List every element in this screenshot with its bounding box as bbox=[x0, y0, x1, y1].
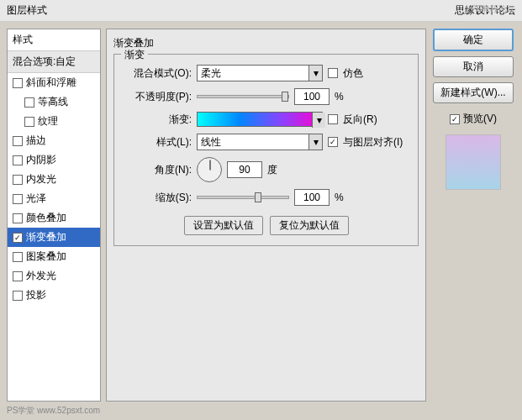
scale-input[interactable] bbox=[294, 189, 330, 206]
reverse-label: 反向(R) bbox=[343, 113, 377, 127]
style-checkbox[interactable] bbox=[13, 78, 23, 88]
fieldset-legend: 渐变 bbox=[121, 48, 148, 62]
sidebar-item[interactable]: 外发光 bbox=[8, 266, 100, 286]
opacity-label: 不透明度(P): bbox=[121, 90, 192, 104]
cancel-button[interactable]: 取消 bbox=[433, 56, 514, 77]
sidebar-item-label: 等高线 bbox=[38, 95, 68, 109]
sidebar-item[interactable]: 纹理 bbox=[8, 112, 100, 131]
preview-label: 预览(V) bbox=[463, 112, 497, 126]
style-checkbox[interactable] bbox=[13, 271, 23, 281]
sidebar-item[interactable]: 内阴影 bbox=[8, 150, 100, 170]
styles-sidebar: 样式 混合选项:自定 斜面和浮雕等高线纹理描边内阴影内发光光泽颜色叠加渐变叠加图… bbox=[7, 29, 101, 402]
scale-label: 缩放(S): bbox=[121, 191, 192, 205]
style-checkbox[interactable] bbox=[13, 136, 23, 146]
sidebar-item-label: 斜面和浮雕 bbox=[26, 76, 76, 90]
dither-label: 仿色 bbox=[343, 66, 363, 81]
sidebar-item[interactable]: 渐变叠加 bbox=[8, 228, 100, 247]
chevron-down-icon: ▾ bbox=[308, 134, 322, 150]
style-checkbox[interactable] bbox=[13, 175, 23, 185]
angle-input[interactable] bbox=[227, 161, 262, 178]
chevron-down-icon: ▾ bbox=[308, 66, 322, 81]
chevron-down-icon: ▾ bbox=[312, 113, 325, 128]
style-checkbox[interactable] bbox=[13, 213, 23, 223]
set-default-button[interactable]: 设置为默认值 bbox=[184, 216, 263, 235]
style-checkbox[interactable] bbox=[13, 233, 23, 243]
style-checkbox[interactable] bbox=[13, 291, 23, 301]
opacity-input[interactable] bbox=[294, 88, 330, 105]
opacity-slider[interactable] bbox=[197, 95, 289, 98]
sidebar-item-label: 外发光 bbox=[26, 269, 56, 283]
content-title: 渐变叠加 bbox=[113, 36, 419, 50]
watermark-corner: PS教程论坛 bbox=[471, 3, 515, 15]
sidebar-item-label: 光泽 bbox=[26, 192, 46, 206]
sidebar-item[interactable]: 斜面和浮雕 bbox=[8, 73, 100, 92]
reverse-checkbox[interactable] bbox=[328, 114, 338, 124]
style-checkbox[interactable] bbox=[13, 155, 23, 165]
ok-button[interactable]: 确定 bbox=[433, 29, 514, 51]
sidebar-item[interactable]: 图案叠加 bbox=[8, 247, 100, 266]
style-select[interactable]: 线性 ▾ bbox=[197, 134, 323, 150]
sidebar-header[interactable]: 样式 bbox=[8, 29, 100, 51]
sidebar-item-label: 颜色叠加 bbox=[26, 211, 66, 225]
sidebar-item-label: 图案叠加 bbox=[26, 249, 66, 264]
blend-mode-label: 混合模式(O): bbox=[121, 66, 192, 81]
dither-checkbox[interactable] bbox=[328, 68, 338, 78]
sidebar-item[interactable]: 描边 bbox=[8, 131, 100, 150]
scale-slider[interactable] bbox=[197, 196, 289, 199]
blend-options[interactable]: 混合选项:自定 bbox=[8, 51, 100, 73]
style-checkbox[interactable] bbox=[13, 252, 23, 262]
sidebar-item-label: 内阴影 bbox=[26, 153, 56, 167]
sidebar-item-label: 描边 bbox=[26, 134, 46, 148]
right-panel: 确定 取消 新建样式(W)... 预览(V) bbox=[431, 29, 515, 402]
sidebar-item-label: 内发光 bbox=[26, 172, 56, 186]
align-checkbox[interactable] bbox=[328, 137, 338, 147]
sidebar-item-label: 渐变叠加 bbox=[26, 230, 66, 244]
gradient-picker[interactable]: ▾ bbox=[197, 112, 323, 127]
style-checkbox[interactable] bbox=[24, 117, 34, 127]
sidebar-item-label: 纹理 bbox=[38, 114, 58, 129]
angle-label: 角度(N): bbox=[121, 163, 192, 177]
sidebar-item-label: 投影 bbox=[26, 288, 46, 302]
blend-mode-select[interactable]: 柔光 ▾ bbox=[197, 65, 323, 81]
align-label: 与图层对齐(I) bbox=[343, 135, 403, 150]
sidebar-item[interactable]: 光泽 bbox=[8, 189, 100, 208]
sidebar-item[interactable]: 等高线 bbox=[8, 92, 100, 112]
preview-swatch bbox=[446, 134, 501, 190]
sidebar-item[interactable]: 颜色叠加 bbox=[8, 208, 100, 228]
new-style-button[interactable]: 新建样式(W)... bbox=[433, 82, 514, 103]
gradient-label: 渐变: bbox=[121, 113, 192, 127]
watermark: PS学堂 www.52psxt.com bbox=[7, 405, 100, 417]
angle-dial[interactable] bbox=[197, 157, 222, 182]
style-checkbox[interactable] bbox=[13, 194, 23, 204]
style-label: 样式(L): bbox=[121, 135, 192, 150]
window-title: 图层样式 bbox=[7, 3, 47, 18]
style-checkbox[interactable] bbox=[24, 97, 34, 108]
content-panel: 渐变叠加 渐变 混合模式(O): 柔光 ▾ 仿色 不透明度(P): % 渐变: bbox=[106, 29, 426, 402]
sidebar-item[interactable]: 内发光 bbox=[8, 170, 100, 189]
preview-checkbox[interactable] bbox=[450, 114, 460, 124]
sidebar-item[interactable]: 投影 bbox=[8, 286, 100, 305]
reset-default-button[interactable]: 复位为默认值 bbox=[270, 216, 349, 235]
